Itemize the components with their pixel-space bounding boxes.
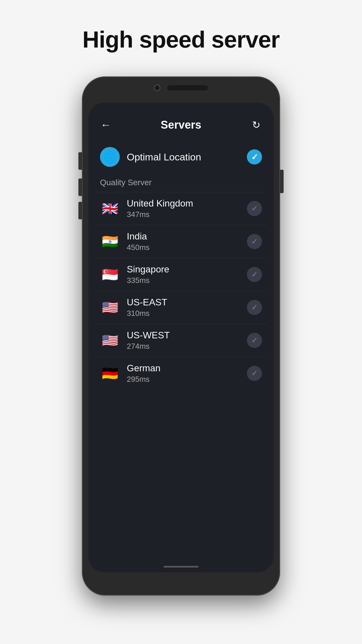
server-ping: 274ms [127,342,247,351]
flag-container: 🇺🇸 [100,333,120,348]
flag-icon: 🇺🇸 [102,334,118,347]
server-check-icon [247,267,262,282]
refresh-icon: ↻ [252,119,260,131]
home-indicator [164,566,198,568]
server-row[interactable]: 🇸🇬 Singapore 335ms [95,258,267,291]
server-check-icon [247,201,262,216]
flag-container: 🇸🇬 [100,267,120,282]
server-rows-container: 🇬🇧 United Kingdom 347ms 🇮🇳 India 450ms 🇸… [95,192,267,390]
quality-server-section-label: Quality Server [95,176,267,192]
server-info: US-WEST 274ms [127,330,247,351]
flag-container: 🇬🇧 [100,201,120,216]
optimal-location-label: Optimal Location [127,151,247,163]
server-ping: 450ms [127,243,247,252]
app-header: ← Servers ↻ [88,103,274,141]
camera-dot [154,85,160,91]
server-row[interactable]: 🇺🇸 US-WEST 274ms [95,324,267,357]
server-info: US-EAST 310ms [127,297,247,318]
server-name: United Kingdom [127,198,247,209]
server-ping: 295ms [127,375,247,384]
speaker-slot [167,85,208,90]
header-title: Servers [161,119,201,131]
flag-icon: 🇩🇪 [102,367,118,380]
server-name: Singapore [127,264,247,275]
server-ping: 335ms [127,276,247,285]
server-info: German 295ms [127,363,247,384]
server-name: US-WEST [127,330,247,341]
server-row[interactable]: 🇬🇧 United Kingdom 347ms [95,192,267,225]
flag-icon: 🇸🇬 [102,268,118,281]
server-row[interactable]: 🇺🇸 US-EAST 310ms [95,291,267,324]
phone-mockup: ← Servers ↻ 🌐 Optimal Location [82,76,280,596]
page-title: High speed server [82,26,280,53]
server-name: German [127,363,247,374]
app-content: ← Servers ↻ 🌐 Optimal Location [88,103,274,572]
phone-top-bar [154,85,208,91]
flag-container: 🇮🇳 [100,234,120,249]
server-check-icon [247,234,262,249]
server-info: India 450ms [127,231,247,252]
optimal-location-icon: 🌐 [100,147,120,167]
server-check-icon [247,366,262,381]
flag-icon: 🇬🇧 [102,202,118,215]
back-arrow-icon: ← [101,120,111,130]
optimal-location-row[interactable]: 🌐 Optimal Location [95,141,267,173]
phone-shell: ← Servers ↻ 🌐 Optimal Location [82,76,280,596]
server-name: US-EAST [127,297,247,308]
server-info: Singapore 335ms [127,264,247,285]
optimal-selected-check [247,149,262,164]
server-check-icon [247,300,262,315]
server-list: 🌐 Optimal Location Quality Server 🇬🇧 Uni… [88,141,274,390]
server-check-icon [247,333,262,348]
refresh-button[interactable]: ↻ [249,118,263,132]
server-ping: 310ms [127,309,247,318]
server-row[interactable]: 🇩🇪 German 295ms [95,357,267,390]
server-name: India [127,231,247,242]
flag-container: 🇩🇪 [100,366,120,381]
server-row[interactable]: 🇮🇳 India 450ms [95,225,267,258]
flag-icon: 🇺🇸 [102,301,118,314]
back-button[interactable]: ← [99,118,113,132]
server-ping: 347ms [127,210,247,219]
phone-screen: ← Servers ↻ 🌐 Optimal Location [88,103,274,572]
flag-icon: 🇮🇳 [102,235,118,248]
flag-container: 🇺🇸 [100,300,120,315]
server-info: United Kingdom 347ms [127,198,247,219]
